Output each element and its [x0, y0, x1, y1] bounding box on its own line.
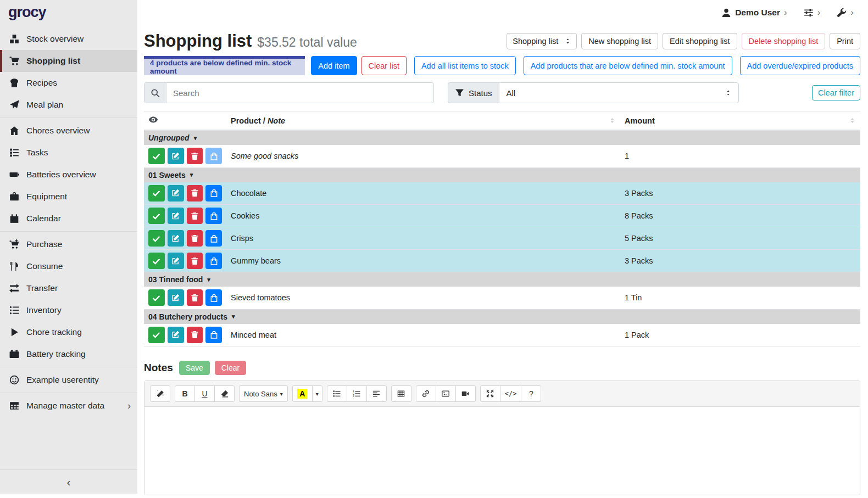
insert-link-button[interactable]	[416, 385, 436, 402]
sidebar-item-meal-plan[interactable]: Meal plan	[0, 94, 137, 116]
bold-button[interactable]: B	[175, 385, 195, 402]
note-header-text: Note	[268, 116, 285, 125]
add-item-button[interactable]: Add item	[311, 56, 357, 75]
style-magic-button[interactable]	[150, 385, 170, 402]
sidebar-item-inventory[interactable]: Inventory	[0, 299, 137, 321]
amount-cell: 1 Tin	[620, 287, 860, 309]
sidebar-item-chores-overview[interactable]: Chores overview	[0, 120, 137, 142]
delete-item-button[interactable]	[187, 327, 203, 343]
fullscreen-button[interactable]	[480, 385, 500, 402]
print-button[interactable]: Print	[830, 33, 860, 49]
new-shopping-list-button[interactable]: New shopping list	[581, 33, 658, 49]
clear-filter-button[interactable]: Clear filter	[812, 85, 860, 100]
font-family-button[interactable]: Noto Sans▾	[239, 385, 288, 402]
sidebar-item-tasks[interactable]: Tasks	[0, 142, 137, 164]
add-to-stock-button[interactable]	[205, 230, 222, 247]
mark-done-button[interactable]	[148, 148, 165, 164]
sidebar-item-example-userentity[interactable]: Example userentity	[0, 369, 137, 391]
mark-done-button[interactable]	[148, 327, 165, 343]
sidebar-item-transfer[interactable]: Transfer	[0, 277, 137, 299]
add-to-stock-button[interactable]	[205, 148, 222, 164]
mark-done-button[interactable]	[148, 289, 165, 306]
product-column-header[interactable]: Product / Note	[226, 111, 620, 131]
search-input[interactable]	[166, 83, 433, 103]
group-toggle[interactable]: 03 Tinned food▾	[148, 275, 210, 284]
help-button[interactable]: ?	[521, 385, 541, 402]
delete-item-button[interactable]	[187, 289, 203, 306]
sidebar-item-chore-tracking[interactable]: Chore tracking	[0, 321, 137, 343]
insert-video-button[interactable]	[455, 385, 476, 402]
add-to-stock-button[interactable]	[205, 185, 222, 202]
sort-icon	[609, 117, 616, 124]
insert-picture-button[interactable]	[436, 385, 456, 402]
clear-list-button[interactable]: Clear list	[361, 56, 407, 75]
add-to-stock-button[interactable]	[205, 208, 222, 224]
delete-item-button[interactable]	[187, 230, 203, 247]
visibility-column-header[interactable]	[144, 111, 226, 131]
mark-done-button[interactable]	[148, 230, 165, 247]
delete-item-button[interactable]	[187, 208, 203, 224]
sidebar-item-batteries-overview[interactable]: Batteries overview	[0, 164, 137, 186]
edit-item-button[interactable]	[168, 230, 184, 247]
mark-done-button[interactable]	[148, 208, 165, 224]
header-actions: Shopping list New shopping list Edit sho…	[507, 33, 860, 49]
add-to-stock-button[interactable]	[205, 253, 222, 269]
sidebar-item-calendar[interactable]: Calendar	[0, 208, 137, 230]
admin-menu[interactable]: ›	[837, 8, 854, 18]
sidebar-item-battery-tracking[interactable]: Battery tracking	[0, 343, 137, 365]
status-select[interactable]: All	[499, 82, 739, 103]
paragraph-align-button[interactable]	[366, 385, 387, 402]
edit-item-button[interactable]	[168, 148, 184, 164]
clear-format-button[interactable]	[214, 385, 235, 402]
group-toggle[interactable]: 04 Butchery products▾	[148, 312, 235, 321]
highlight-color-button[interactable]: A	[292, 385, 313, 402]
notes-editor-area[interactable]	[144, 407, 860, 495]
amount-column-header[interactable]: Amount	[620, 111, 860, 131]
edit-item-button[interactable]	[168, 185, 184, 202]
color-picker-caret-button[interactable]: ▾	[312, 385, 322, 402]
group-toggle[interactable]: Ungrouped▾	[148, 133, 197, 142]
delete-item-button[interactable]	[187, 148, 203, 164]
group-toggle[interactable]: 01 Sweets▾	[148, 171, 193, 180]
sidebar-collapse-button[interactable]: ‹	[67, 475, 71, 489]
sidebar-item-label: Calendar	[26, 214, 61, 223]
user-menu[interactable]: Demo User ›	[721, 8, 787, 18]
delete-item-button[interactable]	[187, 253, 203, 269]
eye-icon[interactable]	[148, 115, 158, 125]
code-view-button[interactable]: </>	[500, 385, 522, 402]
sidebar-item-manage-master-data[interactable]: Manage master data›	[0, 395, 137, 417]
clear-notes-button[interactable]: Clear	[215, 361, 246, 375]
mark-done-button[interactable]	[148, 253, 165, 269]
shopping-list-select[interactable]: Shopping list	[507, 33, 577, 49]
delete-item-button[interactable]	[187, 185, 203, 202]
insert-table-button[interactable]	[391, 385, 411, 402]
sidebar-item-shopping-list[interactable]: Shopping list	[0, 50, 137, 72]
edit-item-button[interactable]	[168, 289, 184, 306]
check-icon	[152, 212, 160, 220]
underline-button[interactable]: U	[194, 385, 215, 402]
unordered-list-button[interactable]	[327, 385, 347, 402]
sidebar-item-purchase[interactable]: Purchase	[0, 233, 137, 255]
shopping-list-row: Gummy bears3 Packs	[144, 250, 860, 272]
add-overdue-button[interactable]: Add overdue/expired products	[740, 56, 860, 75]
add-below-min-stock-button[interactable]: Add products that are below defined min.…	[524, 56, 732, 75]
sidebar-item-stock-overview[interactable]: Stock overview	[0, 28, 137, 50]
edit-item-button[interactable]	[168, 253, 184, 269]
sidebar-item-consume[interactable]: Consume	[0, 255, 137, 277]
edit-shopping-list-button[interactable]: Edit shopping list	[663, 33, 737, 49]
settings-menu[interactable]: ›	[804, 8, 821, 18]
ordered-list-button[interactable]	[347, 385, 367, 402]
add-to-stock-button[interactable]	[205, 289, 222, 306]
app-logo[interactable]: grocy	[0, 0, 137, 25]
edit-item-button[interactable]	[168, 327, 184, 343]
save-notes-button[interactable]: Save	[179, 361, 210, 375]
trash-icon	[191, 257, 199, 265]
mark-done-button[interactable]	[148, 185, 165, 202]
add-all-to-stock-button[interactable]: Add all list items to stock	[414, 56, 516, 75]
sidebar-item-equipment[interactable]: Equipment	[0, 186, 137, 208]
delete-shopping-list-button[interactable]: Delete shopping list	[742, 33, 826, 49]
edit-item-button[interactable]	[168, 208, 184, 224]
underline-button-label: U	[202, 389, 207, 398]
sidebar-item-recipes[interactable]: Recipes	[0, 72, 137, 94]
add-to-stock-button[interactable]	[205, 327, 222, 343]
